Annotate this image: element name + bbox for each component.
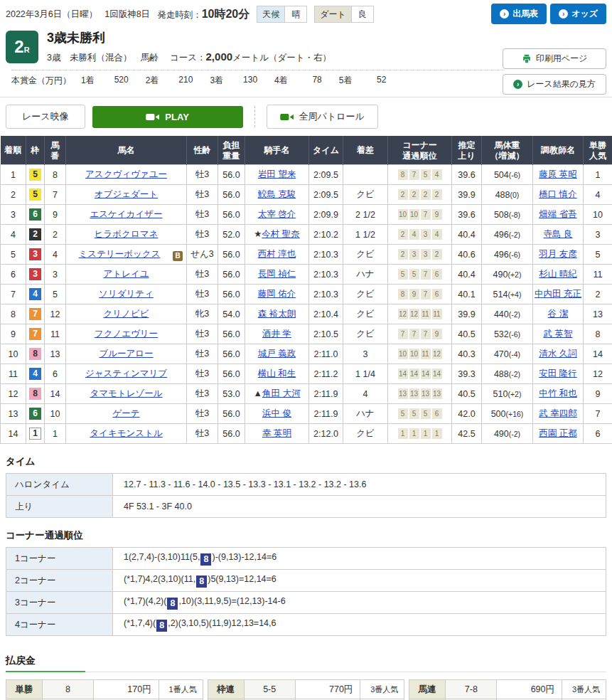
corner-order-value: (*1,7)(4,2)(8,10)(3,11,9,5)=(12,13)-14-6 bbox=[113, 592, 606, 614]
horse-number: 6 bbox=[45, 364, 66, 384]
jockey-link[interactable]: 西村 淳也 bbox=[258, 249, 296, 259]
trainer-link[interactable]: 武 幸四郎 bbox=[539, 408, 576, 418]
trainer-link[interactable]: 畑端 省吾 bbox=[539, 209, 576, 219]
horse-name-link[interactable]: クリノビビ bbox=[104, 309, 149, 319]
trainer-link[interactable]: 中竹 和也 bbox=[539, 388, 576, 398]
win-favorite-rank: 13 bbox=[584, 304, 612, 324]
prize-item: 3着130 bbox=[210, 75, 274, 87]
odds-button[interactable]: ›オッズ bbox=[550, 4, 606, 24]
patrol-video-button[interactable]: 全周パトロール bbox=[267, 105, 378, 129]
jockey-cell: 太宰 啓介 bbox=[245, 205, 309, 225]
jockey-link[interactable]: 浜中 俊 bbox=[262, 408, 291, 418]
jockey-link[interactable]: 横山 和生 bbox=[258, 368, 296, 378]
win-favorite-rank: 7 bbox=[584, 404, 612, 424]
trainer-link[interactable]: 西園 正都 bbox=[539, 428, 576, 438]
sex-age: 牡3 bbox=[187, 324, 218, 344]
carried-weight: 52.0 bbox=[218, 225, 245, 245]
race-video-button[interactable]: レース映像 bbox=[6, 105, 85, 129]
margin: 1 1/4 bbox=[343, 364, 388, 384]
margin: 4 bbox=[343, 384, 388, 404]
frame-number-badge: 5 bbox=[29, 189, 41, 201]
table-row: 5 3 4 ミステリーボックスB せん3 56.0 西村 淳也 2:10.3 ク… bbox=[1, 245, 612, 265]
jockey-link[interactable]: 今村 聖奈 bbox=[262, 229, 299, 239]
corner-positions: 1111 bbox=[388, 424, 452, 444]
margin: ハナ bbox=[343, 404, 388, 424]
trainer-link[interactable]: 清水 久詞 bbox=[539, 349, 576, 359]
corner-positions: 8976 bbox=[388, 285, 452, 304]
frame-number-cell: 3 bbox=[26, 245, 45, 265]
entries-button[interactable]: ›出馬表 bbox=[491, 4, 547, 24]
trainer-link[interactable]: 藤原 英昭 bbox=[539, 169, 576, 179]
prize-label: 本賞金（万円） bbox=[11, 75, 71, 87]
result-guide-button[interactable]: › レース結果の見方 bbox=[503, 74, 606, 95]
win-favorite-rank: 12 bbox=[584, 364, 612, 384]
jockey-cell: 森 裕太朗 bbox=[245, 304, 309, 324]
column-header: 調教師名 bbox=[533, 137, 584, 165]
track-condition-badge: ダート 良 bbox=[314, 6, 374, 23]
estimated-last-3f: 40.5 bbox=[452, 384, 482, 404]
horse-name-link[interactable]: ゲーテ bbox=[112, 408, 139, 418]
horse-name-link[interactable]: ミステリーボックス bbox=[79, 249, 161, 259]
jockey-link[interactable]: 森 裕太朗 bbox=[258, 309, 296, 319]
trainer-link[interactable]: 中内田 充正 bbox=[535, 289, 581, 299]
sex-age: 牡3 bbox=[187, 185, 218, 205]
jockey-link[interactable]: 角田 大河 bbox=[262, 388, 300, 398]
trainer-link[interactable]: 杉山 晴紀 bbox=[539, 269, 576, 279]
jockey-link[interactable]: 城戸 義政 bbox=[258, 349, 296, 359]
column-header: 推定上り bbox=[452, 137, 482, 165]
trainer-link[interactable]: 安田 隆行 bbox=[539, 368, 576, 378]
horse-name-link[interactable]: ブルーアロー bbox=[99, 349, 153, 359]
horse-name-link[interactable]: オブジェダート bbox=[95, 189, 158, 199]
frame-number-cell: 7 bbox=[26, 324, 45, 344]
horse-weight: 514(+4) bbox=[482, 285, 533, 304]
finish-time: 2:09.9 bbox=[309, 205, 343, 225]
jockey-link[interactable]: 長岡 禎仁 bbox=[258, 269, 296, 279]
horse-name-link[interactable]: エスケイカイザー bbox=[90, 209, 162, 219]
horse-weight: 510(+2) bbox=[482, 384, 533, 404]
horse-name-link[interactable]: フクノエヴリー bbox=[95, 329, 158, 339]
table-row: 11 4 6 ジャスティンマリブ 牡3 56.0 横山 和生 2:11.2 1 … bbox=[1, 364, 612, 384]
horse-name-link[interactable]: ジャスティンマリブ bbox=[85, 368, 167, 378]
jockey-link[interactable]: 太宰 啓介 bbox=[258, 209, 296, 219]
frame-number-badge: 3 bbox=[29, 248, 41, 260]
print-page-button[interactable]: 印刷用ページ bbox=[503, 48, 606, 69]
trainer-cell: 杉山 晴紀 bbox=[533, 265, 584, 285]
finish-position: 14 bbox=[1, 424, 26, 444]
video-camera-icon bbox=[146, 112, 160, 122]
horse-name-link[interactable]: タイキモンストル bbox=[90, 428, 162, 438]
payout-title: 払戻金 bbox=[6, 654, 36, 666]
horse-name-link[interactable]: アトレイユ bbox=[104, 269, 149, 279]
horse-weight: 504(-6) bbox=[482, 165, 533, 185]
trainer-link[interactable]: 谷 潔 bbox=[548, 309, 568, 319]
carried-weight: 56.0 bbox=[218, 205, 245, 225]
race-header: 2R 3歳未勝利 3歳 未勝利（混合） 馬齢 コース：2,000メートル（ダート… bbox=[0, 24, 612, 95]
play-button[interactable]: PLAY bbox=[92, 106, 243, 128]
horse-name-link[interactable]: タマモトレゾール bbox=[90, 388, 162, 398]
estimated-last-3f: 39.3 bbox=[452, 364, 482, 384]
trainer-link[interactable]: 羽月 友彦 bbox=[539, 249, 576, 259]
sex-age: 牡3 bbox=[187, 384, 218, 404]
jockey-link[interactable]: 岩田 望来 bbox=[258, 169, 296, 179]
horse-name-link[interactable]: ソリダリティ bbox=[99, 289, 154, 299]
trainer-link[interactable]: 寺島 良 bbox=[544, 229, 573, 239]
trainer-link[interactable]: 武 英智 bbox=[544, 329, 573, 339]
carried-weight: 56.0 bbox=[218, 344, 245, 364]
win-favorite-rank: 4 bbox=[584, 185, 612, 205]
trainer-cell: 藤原 英昭 bbox=[533, 165, 584, 185]
frame-number-cell: 5 bbox=[26, 165, 45, 185]
horse-name-cell: ミステリーボックスB bbox=[66, 245, 187, 265]
horse-name-link[interactable]: ヒラボクロマネ bbox=[95, 229, 159, 239]
sex-age: 牡3 bbox=[187, 265, 218, 285]
furlong-time-label: ハロンタイム bbox=[6, 474, 113, 496]
course-distance: 2,000 bbox=[206, 51, 233, 63]
jockey-link[interactable]: 酒井 学 bbox=[262, 329, 291, 339]
jockey-link[interactable]: 幸 英明 bbox=[262, 428, 291, 438]
trainer-link[interactable]: 橋口 慎介 bbox=[539, 189, 576, 199]
frame-number-badge: 7 bbox=[29, 308, 41, 320]
horse-name-link[interactable]: アスクヴィヴァユー bbox=[85, 169, 167, 179]
jockey-link[interactable]: 鮫島 克駿 bbox=[258, 189, 296, 199]
finish-position: 5 bbox=[1, 245, 26, 265]
jockey-link[interactable]: 藤岡 佑介 bbox=[258, 289, 296, 299]
horse-number: 4 bbox=[45, 245, 66, 265]
prize-item: 5着52 bbox=[339, 75, 404, 87]
